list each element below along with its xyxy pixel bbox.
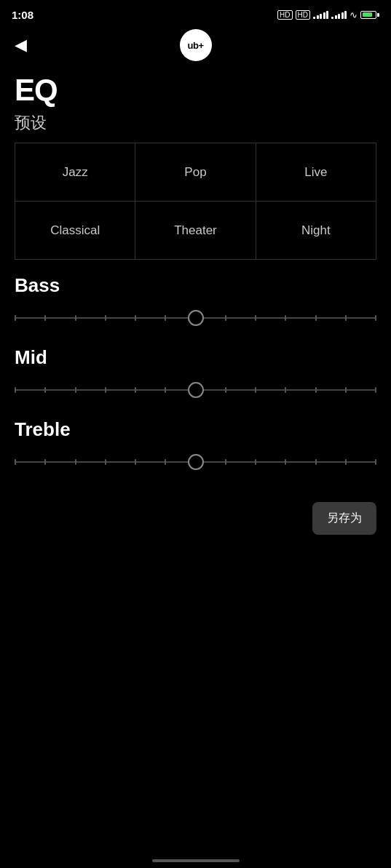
logo-text: ub+ bbox=[188, 40, 204, 51]
battery-icon bbox=[360, 11, 379, 19]
bass-label: Bass bbox=[15, 274, 376, 297]
preset-classical[interactable]: Classical bbox=[15, 202, 135, 260]
preset-grid: Jazz Pop Live Classical Theater Night bbox=[15, 143, 376, 260]
preset-jazz[interactable]: Jazz bbox=[15, 143, 135, 202]
bottom-indicator bbox=[152, 859, 240, 862]
status-icons: HD HD ∿ bbox=[277, 9, 379, 20]
status-time: 1:08 bbox=[12, 9, 33, 21]
sliders-section: Bass Mid bbox=[0, 260, 391, 473]
logo: ub+ bbox=[180, 29, 212, 61]
hd-badge-1: HD bbox=[277, 10, 292, 20]
save-btn-row: 另存为 bbox=[0, 490, 391, 549]
preset-live[interactable]: Live bbox=[256, 143, 376, 202]
mid-group: Mid bbox=[15, 346, 376, 401]
treble-group: Treble bbox=[15, 418, 376, 473]
top-nav: ◀ ub+ bbox=[0, 26, 391, 64]
wifi-icon: ∿ bbox=[349, 9, 358, 20]
preset-section-label: 预设 bbox=[0, 111, 391, 143]
bass-group: Bass bbox=[15, 274, 376, 329]
back-icon: ◀ bbox=[15, 36, 27, 54]
status-bar: 1:08 HD HD ∿ bbox=[0, 0, 391, 26]
hd-badge-2: HD bbox=[296, 10, 310, 20]
preset-theater[interactable]: Theater bbox=[135, 202, 256, 260]
page-title: EQ bbox=[0, 64, 391, 111]
bass-slider-container[interactable] bbox=[15, 307, 376, 329]
preset-pop[interactable]: Pop bbox=[135, 143, 256, 202]
signal-bars-2 bbox=[331, 10, 347, 19]
save-as-button[interactable]: 另存为 bbox=[312, 502, 376, 535]
mid-label: Mid bbox=[15, 346, 376, 369]
treble-label: Treble bbox=[15, 418, 376, 441]
preset-night[interactable]: Night bbox=[256, 202, 376, 260]
treble-slider-container[interactable] bbox=[15, 451, 376, 473]
back-button[interactable]: ◀ bbox=[12, 34, 30, 56]
mid-slider-container[interactable] bbox=[15, 379, 376, 401]
signal-bars-1 bbox=[313, 10, 328, 19]
